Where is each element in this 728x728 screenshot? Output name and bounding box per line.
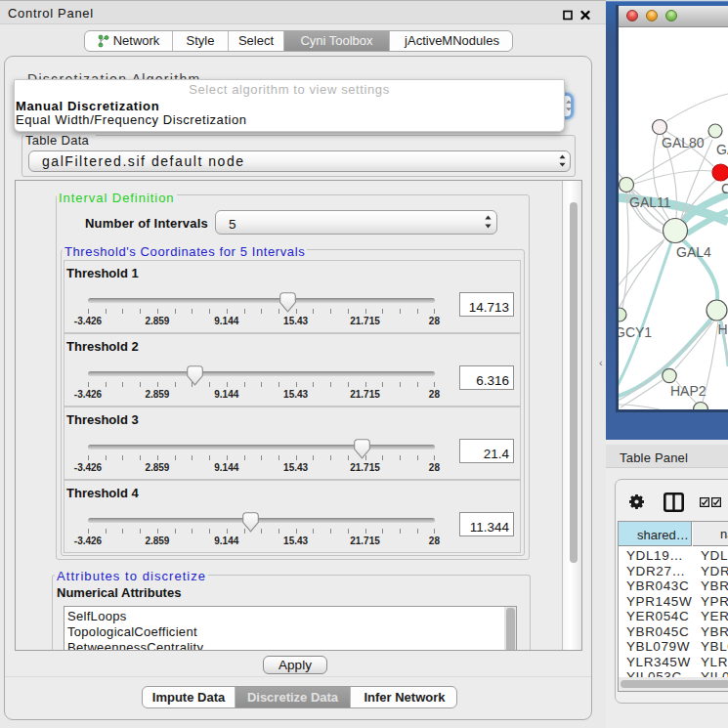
svg-text:GA: GA bbox=[716, 142, 728, 157]
svg-text:GCY1: GCY1 bbox=[619, 324, 652, 340]
svg-text:H: H bbox=[718, 321, 728, 337]
svg-text:CY: CY bbox=[721, 181, 728, 196]
svg-text:GAL11: GAL11 bbox=[629, 194, 671, 210]
svg-text:HAP2: HAP2 bbox=[670, 383, 707, 399]
svg-text:GAL4: GAL4 bbox=[676, 244, 711, 260]
svg-text:GAL80: GAL80 bbox=[662, 135, 705, 150]
